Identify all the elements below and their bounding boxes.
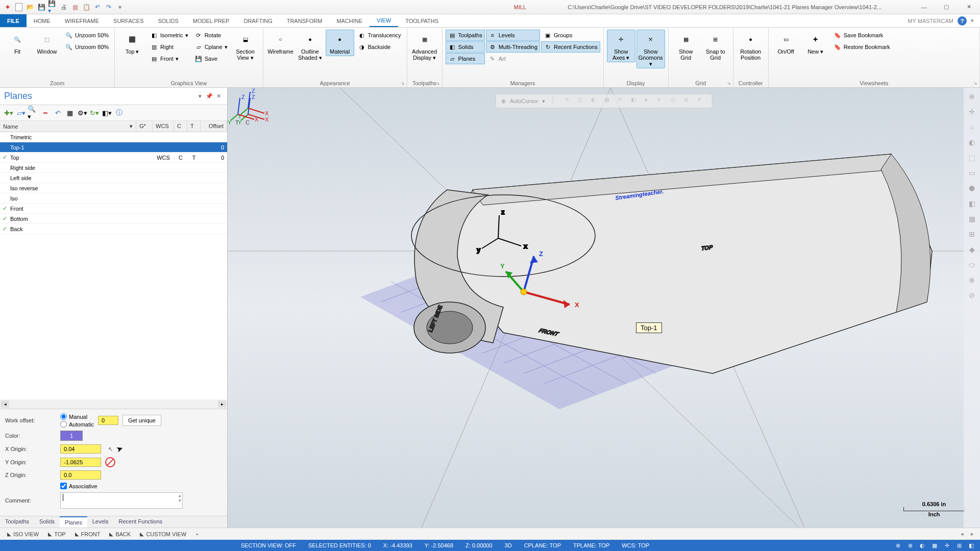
save-view-button[interactable]: 💾Save <box>192 53 230 64</box>
tab-view[interactable]: VIEW <box>370 14 398 27</box>
status-icon-4[interactable]: ▦ <box>930 541 939 550</box>
rail-btn-14[interactable]: ⊘ <box>965 289 978 302</box>
help-icon[interactable]: ? <box>958 16 967 26</box>
color-swatch[interactable]: 1 <box>60 431 83 441</box>
rail-btn-9[interactable]: ▦ <box>965 212 978 226</box>
translucency-button[interactable]: ◐Translucency <box>355 30 404 41</box>
show-gnomons-button[interactable]: ⤧Show Gnomons ▾ <box>636 30 665 68</box>
solids-manager-button[interactable]: ◧Solids <box>446 41 485 53</box>
table-row[interactable]: Iso reverse <box>0 183 227 193</box>
vtab-iso[interactable]: ◣ISO VIEW <box>3 530 43 538</box>
wireframe-button[interactable]: ○Wireframe <box>266 30 295 56</box>
undo-icon[interactable]: ↶ <box>93 3 102 12</box>
table-row[interactable]: ✓TopWCSCT0 <box>0 153 227 163</box>
xorigin-input[interactable] <box>60 444 101 454</box>
rail-btn-5[interactable]: ⬚ <box>965 151 978 164</box>
panel-help-icon[interactable]: ⓘ <box>113 107 125 118</box>
rail-btn-4[interactable]: ◐ <box>965 136 978 149</box>
viewsheet-new-button[interactable]: ✚New ▾ <box>801 30 830 56</box>
unzoom80-button[interactable]: 🔍Unzoom 80% <box>62 41 111 53</box>
status-icon-2[interactable]: ⊗ <box>905 541 915 550</box>
isometric-button[interactable]: ◧Isometric ▾ <box>148 30 191 41</box>
print-icon[interactable]: 🖨 <box>59 3 68 12</box>
save-icon[interactable]: 💾 <box>37 3 46 12</box>
grid-launcher-icon[interactable]: ↘ <box>726 80 732 86</box>
status-icon-5[interactable]: ✛ <box>942 541 951 550</box>
fit-button[interactable]: 🔍Fit <box>3 30 32 56</box>
backside-button[interactable]: ◑Backside <box>355 41 404 53</box>
automatic-radio[interactable]: Automatic <box>60 421 94 428</box>
section-view-button[interactable]: ⬓Section View ▾ <box>231 30 260 62</box>
options-plane-icon[interactable]: ▦ <box>64 107 76 118</box>
minimize-button[interactable]: — <box>913 0 935 14</box>
status-icon-3[interactable]: ◐ <box>918 541 927 550</box>
tab-file[interactable]: FILE <box>0 14 27 27</box>
my-mastercam-link[interactable]: MY MASTERCAM <box>908 18 953 24</box>
status-mode[interactable]: 3D <box>505 542 512 548</box>
gear-icon[interactable]: ⚙▾ <box>77 107 88 118</box>
vtab-back[interactable]: ◣BACK <box>105 530 135 538</box>
add-plane-icon[interactable]: ✚▾ <box>3 107 14 118</box>
window-button[interactable]: ⬚Window <box>33 30 61 56</box>
rail-btn-1[interactable]: ⊕ <box>965 90 978 103</box>
right-view-button[interactable]: ▥Right <box>148 41 191 53</box>
ribbon-collapse-icon[interactable]: ▾ <box>971 17 974 24</box>
cplane-button[interactable]: ▱Cplane ▾ <box>192 41 230 53</box>
col-t[interactable]: T <box>187 121 201 132</box>
status-icon-1[interactable]: ⊕ <box>893 541 902 550</box>
vtab-front[interactable]: ◣FRONT <box>71 530 105 538</box>
vtab-add-icon[interactable]: + <box>191 530 203 538</box>
refresh-plane-icon[interactable]: ↻▾ <box>89 107 100 118</box>
col-wcs[interactable]: WCS <box>153 121 174 132</box>
panel-pin-icon[interactable]: 📌 <box>205 92 214 101</box>
restore-button[interactable]: ▢ <box>935 0 958 14</box>
table-row[interactable]: Left side <box>0 173 227 183</box>
table-row[interactable]: ✓Bottom <box>0 214 227 224</box>
plane-tool-icon[interactable]: ▱▾ <box>15 107 27 118</box>
yorigin-input[interactable] <box>60 458 101 467</box>
table-row[interactable]: ✓Back <box>0 224 227 234</box>
tab-drafting[interactable]: DRAFTING <box>236 14 279 27</box>
top-view-button[interactable]: ⬛Top ▾ <box>118 30 146 56</box>
panel-close-icon[interactable]: ✕ <box>214 92 223 101</box>
rotate-button[interactable]: ⟳Rotate <box>192 30 230 41</box>
multithreading-button[interactable]: ⚙Multi-Threading <box>486 41 540 53</box>
tab-home[interactable]: HOME <box>27 14 58 27</box>
ptab-levels[interactable]: Levels <box>87 516 114 528</box>
qat-more-icon[interactable]: ▾ <box>115 3 125 12</box>
show-grid-button[interactable]: ▦Show Grid <box>672 30 700 62</box>
rail-btn-8[interactable]: ◧ <box>965 197 978 210</box>
viewsheets-launcher-icon[interactable]: ↘ <box>972 80 978 86</box>
rail-btn-7[interactable]: ⬢ <box>965 182 978 195</box>
workoffset-input[interactable] <box>98 416 118 425</box>
delete-plane-icon[interactable]: ━ <box>40 107 51 118</box>
status-section-view[interactable]: SECTION VIEW: OFF <box>241 542 296 548</box>
ptab-recent[interactable]: Recent Functions <box>114 516 168 528</box>
snap-grid-button[interactable]: ⊞Snap to Grid <box>701 30 730 62</box>
rail-btn-2[interactable]: ✛ <box>965 105 978 118</box>
unzoom50-button[interactable]: 🔍Unzoom 50% <box>62 30 111 41</box>
material-button[interactable]: ●Material <box>326 30 354 56</box>
comment-input[interactable]: ▴▾ <box>60 492 183 509</box>
panel-menu-icon[interactable]: ▾ <box>195 92 205 101</box>
viewsheet-onoff-button[interactable]: ▭On/Off <box>772 30 800 56</box>
toolpaths-manager-button[interactable]: ▤Toolpaths <box>446 30 485 41</box>
status-wcs[interactable]: WCS: TOP <box>622 542 649 548</box>
rail-btn-3[interactable]: ○ <box>965 120 978 134</box>
ptab-solids[interactable]: Solids <box>34 516 60 528</box>
table-hscroll[interactable]: ◂ ▸ <box>0 399 227 409</box>
autocursor-toolbar[interactable]: ⊕ AutoCursor ▾ │✛⊡◐ ▦⟳◧● ▾◴⊕✕ <box>496 94 713 108</box>
pick-origin-icon[interactable]: ↖ <box>105 444 115 454</box>
vtab-next-icon[interactable]: ▸ <box>968 531 977 537</box>
rail-btn-11[interactable]: ◆ <box>965 243 978 256</box>
front-view-button[interactable]: ▤Front ▾ <box>148 53 191 64</box>
table-row[interactable]: Iso <box>0 193 227 204</box>
save-bookmark-button[interactable]: 🔖Save Bookmark <box>831 30 893 41</box>
vtab-custom[interactable]: ◣CUSTOM VIEW <box>136 530 190 538</box>
tab-transform[interactable]: TRANSFORM <box>280 14 330 27</box>
vtab-top[interactable]: ◣TOP <box>44 530 69 538</box>
undo-plane-icon[interactable]: ↶ <box>52 107 63 118</box>
ptab-planes[interactable]: Planes <box>60 516 87 528</box>
appearance-launcher-icon[interactable]: ↘ <box>400 80 406 86</box>
table-row[interactable]: Top-10 <box>0 142 227 153</box>
